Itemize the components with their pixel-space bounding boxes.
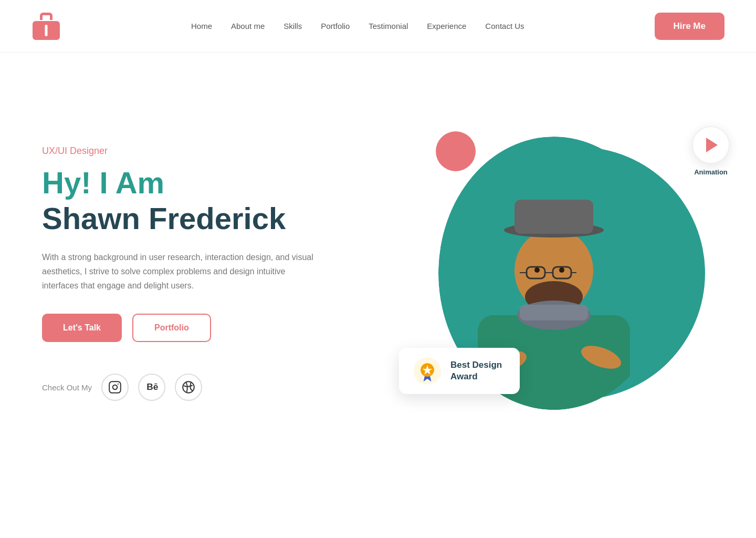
nav-item-home[interactable]: Home bbox=[191, 22, 212, 31]
hero-buttons: Let's Talk Portfolio bbox=[42, 314, 362, 342]
svg-text:Bē: Bē bbox=[146, 381, 159, 392]
logo-icon bbox=[32, 13, 61, 40]
play-button[interactable] bbox=[692, 126, 730, 164]
hero-description: With a strong background in user researc… bbox=[42, 250, 315, 293]
logo[interactable] bbox=[32, 13, 61, 40]
svg-point-2 bbox=[118, 384, 119, 385]
award-text: Best DesignAward bbox=[450, 359, 502, 382]
hero-visual: Best DesignAward Animation bbox=[394, 116, 714, 431]
hero-content: UX/UI Designer Hy! I Am Shawn Frederick … bbox=[42, 146, 394, 401]
instagram-icon-button[interactable] bbox=[101, 374, 129, 401]
svg-rect-21 bbox=[520, 305, 588, 320]
lets-talk-button[interactable]: Let's Talk bbox=[42, 314, 122, 342]
hero-section: UX/UI Designer Hy! I Am Shawn Frederick … bbox=[0, 53, 756, 483]
dribbble-icon bbox=[182, 380, 195, 394]
behance-icon-button[interactable]: Bē bbox=[138, 374, 165, 401]
nav-item-contact[interactable]: Contact Us bbox=[485, 22, 524, 31]
svg-point-19 bbox=[559, 267, 564, 273]
decorative-pink-dot bbox=[436, 131, 476, 171]
svg-point-18 bbox=[534, 267, 540, 273]
check-out-label: Check Out My bbox=[42, 383, 92, 392]
navbar: Home About me Skills Portfolio Testimoni… bbox=[0, 0, 756, 53]
social-links-row: Check Out My Bē bbox=[42, 374, 362, 401]
nav-item-testimonial[interactable]: Testimonial bbox=[369, 22, 408, 31]
hero-subtitle: UX/UI Designer bbox=[42, 146, 362, 157]
nav-item-about[interactable]: About me bbox=[231, 22, 265, 31]
dribbble-icon-button[interactable] bbox=[175, 374, 202, 401]
award-card: Best DesignAward bbox=[399, 348, 520, 394]
svg-rect-11 bbox=[514, 200, 593, 234]
instagram-icon bbox=[108, 380, 122, 394]
svg-point-4 bbox=[183, 381, 194, 393]
hero-greeting: Hy! I Am bbox=[42, 166, 362, 200]
award-icon bbox=[414, 357, 441, 385]
play-triangle-icon bbox=[706, 138, 718, 152]
svg-rect-0 bbox=[109, 381, 121, 393]
nav-links: Home About me Skills Portfolio Testimoni… bbox=[191, 22, 524, 31]
behance-icon: Bē bbox=[145, 380, 159, 394]
animation-button-area: Animation bbox=[692, 126, 730, 176]
animation-label: Animation bbox=[694, 168, 728, 176]
nav-item-portfolio[interactable]: Portfolio bbox=[321, 22, 350, 31]
portfolio-button[interactable]: Portfolio bbox=[132, 314, 211, 342]
svg-point-1 bbox=[113, 385, 118, 390]
award-medal-icon bbox=[416, 359, 439, 382]
nav-item-experience[interactable]: Experience bbox=[427, 22, 466, 31]
nav-item-skills[interactable]: Skills bbox=[284, 22, 302, 31]
hire-me-button[interactable]: Hire Me bbox=[655, 13, 724, 40]
hero-name: Shawn Frederick bbox=[42, 202, 362, 235]
